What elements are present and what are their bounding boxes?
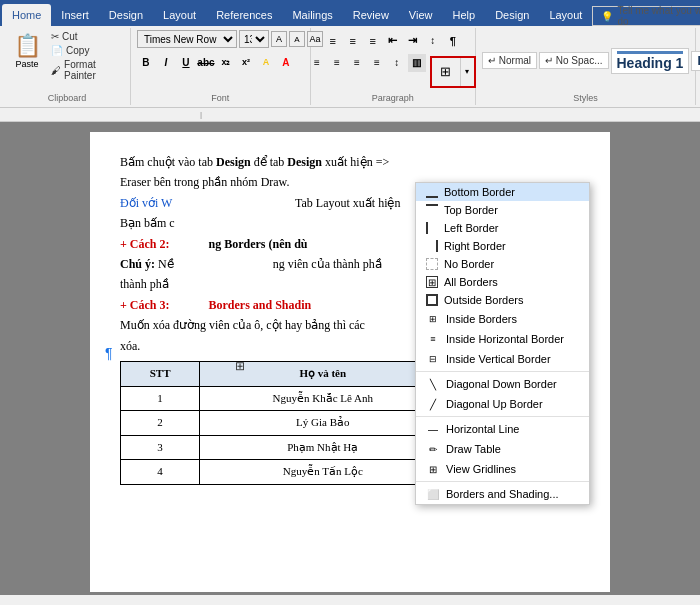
tab-references[interactable]: References [206,4,282,26]
doc-line-1: Bấm chuột vào tab Design để tab Design x… [120,152,580,172]
format-painter-button[interactable]: 🖌 Format Painter [48,58,124,82]
paragraph-label: Paragraph [372,91,414,103]
menu-item-horizontal-line[interactable]: — Horizontal Line [416,419,589,439]
menu-item-no-border[interactable]: No Border [416,255,589,273]
borders-button[interactable]: ⊞ [432,58,460,86]
font-size-select[interactable]: 13 [239,30,269,48]
cut-label: Cut [62,31,78,42]
style-heading1[interactable]: Heading 1 [611,48,690,74]
menu-item-inside-h-border[interactable]: ≡ Inside Horizontal Border [416,329,589,349]
menu-item-all-borders[interactable]: ⊞ All Borders [416,273,589,291]
line-spacing-button[interactable]: ↕ [388,54,406,72]
menu-item-top-border[interactable]: Top Border [416,201,589,219]
font-color-button[interactable]: A [277,53,295,71]
left-border-label: Left Border [444,222,498,234]
menu-divider-2 [416,416,589,417]
paste-button[interactable]: 📋 Paste [10,30,44,72]
strikethrough-button[interactable]: abc [197,53,215,71]
menu-item-bottom-border[interactable]: Bottom Border [416,183,589,201]
numbering-button[interactable]: ≡ [344,32,362,50]
tab-review[interactable]: Review [343,4,399,26]
increase-indent-button[interactable]: ⇥ [404,32,422,50]
borders-shading-label: Borders and Shading... [446,488,559,500]
menu-item-diag-down[interactable]: ╲ Diagonal Down Border [416,374,589,394]
tab-design2[interactable]: Design [485,4,539,26]
align-right-button[interactable]: ≡ [348,54,366,72]
sort-button[interactable]: ↕ [424,32,442,50]
font-grow-button[interactable]: A [271,31,287,47]
shading-button[interactable]: ▥ [408,54,426,72]
style-normal-label: ↵ Normal [488,55,531,66]
multilevel-list-button[interactable]: ≡ [364,32,382,50]
menu-item-inside-borders[interactable]: ⊞ Inside Borders [416,309,589,329]
horizontal-line-label: Horizontal Line [446,423,519,435]
right-border-label: Right Border [444,240,506,252]
copy-label: Copy [66,45,89,56]
italic-button[interactable]: I [157,53,175,71]
copy-button[interactable]: 📄 Copy [48,44,124,57]
menu-item-borders-shading[interactable]: ⬜ Borders and Shading... [416,484,589,504]
doc-cach3: + Cách 3: [120,298,170,312]
styles-group: ↵ Normal ↵ No Spac... Heading 1 Heading … [476,28,696,105]
tell-me-input[interactable]: 💡 Tell me what you want to do [592,6,700,26]
style-normal[interactable]: ↵ Normal [482,52,537,69]
style-heading2[interactable]: Heading 2 [691,51,700,71]
bullets-button[interactable]: ≡ [324,32,342,50]
borders-dropdown-arrow[interactable]: ▾ [460,58,474,86]
menu-divider-1 [416,371,589,372]
tab-layout[interactable]: Layout [153,4,206,26]
tab-mailings[interactable]: Mailings [282,4,342,26]
diag-down-label: Diagonal Down Border [446,378,557,390]
inside-v-border-icon: ⊟ [426,352,440,366]
tab-design[interactable]: Design [99,4,153,26]
subscript-button[interactable]: x₂ [217,53,235,71]
menu-item-diag-up[interactable]: ╱ Diagonal Up Border [416,394,589,414]
borders-button-wrap: ⊞ ▾ [430,56,476,88]
decrease-indent-button[interactable]: ⇤ [384,32,402,50]
doc-chu-y: Chú ý: [120,257,155,271]
tab-layout2[interactable]: Layout [539,4,592,26]
tab-view[interactable]: View [399,4,443,26]
font-shrink-button[interactable]: A [289,31,305,47]
doc-borders-text: ng Borders (nên dù [209,237,308,251]
underline-button[interactable]: U [177,53,195,71]
clipboard-buttons: ✂ Cut 📄 Copy 🖌 Format Painter [48,30,124,82]
cut-icon: ✂ [51,31,59,42]
font-family-select[interactable]: Times New Row R [137,30,237,48]
cut-button[interactable]: ✂ Cut [48,30,124,43]
format-painter-icon: 🖌 [51,65,61,76]
menu-item-inside-v-border[interactable]: ⊟ Inside Vertical Border [416,349,589,369]
align-center-button[interactable]: ≡ [328,54,346,72]
cell-name-3: Phạm Nhật Hạ [200,435,446,460]
table-insert-mark: ⊞ [235,357,245,376]
menu-item-view-gridlines[interactable]: ⊞ View Gridlines [416,459,589,479]
top-border-icon [426,204,438,216]
bold-button[interactable]: B [137,53,155,71]
no-border-icon [426,258,438,270]
inside-v-border-label: Inside Vertical Border [446,353,551,365]
text-highlight-button[interactable]: A [257,53,275,71]
menu-item-left-border[interactable]: Left Border [416,219,589,237]
cell-stt-3: 3 [121,435,200,460]
doc-borders-shading: Borders and Shadin [209,298,312,312]
cell-stt-1: 1 [121,386,200,411]
align-left-button[interactable]: ≡ [308,54,326,72]
diag-up-label: Diagonal Up Border [446,398,543,410]
inside-h-border-label: Inside Horizontal Border [446,333,564,345]
format-painter-label: Format Painter [64,59,121,81]
superscript-button[interactable]: x² [237,53,255,71]
doc-link-1[interactable]: Đối với W [120,196,172,210]
menu-item-right-border[interactable]: Right Border [416,237,589,255]
tab-home[interactable]: Home [2,4,51,26]
horizontal-line-icon: — [426,422,440,436]
justify-button[interactable]: ≡ [368,54,386,72]
menu-item-outside-borders[interactable]: Outside Borders [416,291,589,309]
style-no-space[interactable]: ↵ No Spac... [539,52,608,69]
col-stt: STT [121,361,200,386]
tab-insert[interactable]: Insert [51,4,99,26]
menu-item-draw-table[interactable]: ✏ Draw Table [416,439,589,459]
document-area: Bấm chuột vào tab Design để tab Design x… [0,122,700,595]
borders-icon: ⊞ [440,64,451,79]
show-formatting-button[interactable]: ¶ [444,32,462,50]
tab-help[interactable]: Help [443,4,486,26]
